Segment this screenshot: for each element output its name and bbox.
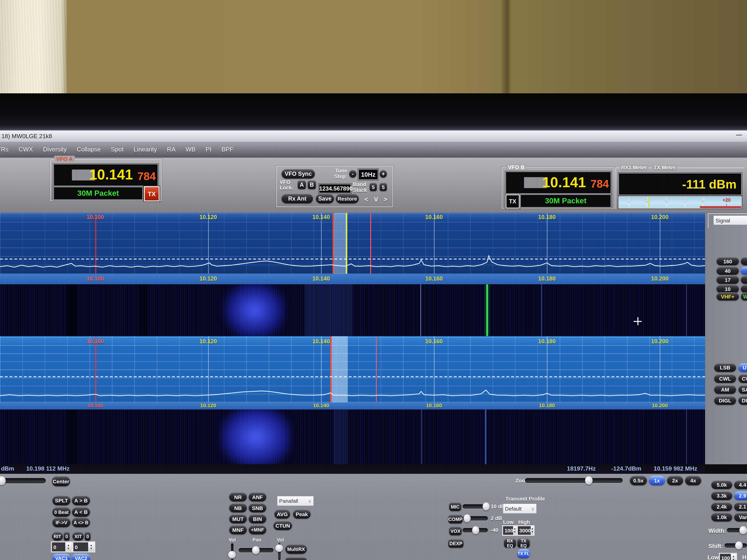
menu-item-ra[interactable]: RA <box>167 146 176 153</box>
split-button[interactable]: SPLT <box>52 496 71 505</box>
slider-thumb[interactable] <box>464 514 471 523</box>
vfo-b-frequency-display[interactable]: 10.141 784 <box>506 171 611 194</box>
tx-low-spinner[interactable]: 100▲▼ <box>502 525 517 536</box>
rit-spinner[interactable]: 0▲▼ <box>51 541 73 553</box>
filter-1k-button[interactable]: 1.0k <box>711 513 732 521</box>
menu-item-bpf[interactable]: BPF <box>222 146 233 153</box>
mic-gain-slider[interactable] <box>463 504 488 508</box>
vfo-a-frequency-display[interactable]: 10.141 784 <box>53 164 158 186</box>
tx-meter-tab[interactable]: TX Meter <box>652 165 677 170</box>
af-gain-slider[interactable] <box>1 478 46 483</box>
mode-cwl-button[interactable]: CWL <box>714 374 736 383</box>
vac1-button[interactable]: VAC1 <box>52 554 71 560</box>
width-slider[interactable] <box>727 528 747 532</box>
zoom-4x-button[interactable]: 4x <box>685 476 701 485</box>
slider-thumb[interactable] <box>228 551 236 559</box>
mode-digu-peek-button[interactable]: DI <box>739 396 747 405</box>
menu-item-collapse[interactable]: Collapse <box>77 146 101 153</box>
filter-4.4k-peek-button[interactable]: 4.4 <box>734 481 747 489</box>
zoom-2x-button[interactable]: 2x <box>667 476 683 485</box>
rx1-meter-tab[interactable]: RX1 Meter <box>620 165 648 170</box>
xit-spinner[interactable]: 0▲▼ <box>73 541 95 553</box>
rit-button[interactable]: RIT <box>52 532 63 540</box>
mode-cwu-peek-button[interactable]: CW <box>739 374 747 383</box>
slider-thumb[interactable] <box>275 544 283 552</box>
tx-filter-button[interactable]: TX FL <box>517 549 530 558</box>
ctun-button[interactable]: CTUN <box>274 521 292 530</box>
vfo-lock-a-button[interactable]: A <box>298 181 306 189</box>
tx-eq-button[interactable]: TX EQ <box>517 538 530 548</box>
mnf-button[interactable]: MNF <box>229 525 247 534</box>
band-stack-2-button[interactable]: 5 <box>380 183 387 191</box>
slider-thumb[interactable] <box>252 546 260 554</box>
tune-step-plus-button[interactable]: + <box>380 170 387 178</box>
nav-left-button[interactable]: < <box>364 196 368 203</box>
frequency-entry-field[interactable]: 1234.567890 <box>319 184 351 193</box>
zoom-0.5x-button[interactable]: 0.5x <box>630 476 647 485</box>
panadapter-rx2[interactable]: 10.100 10.120 10.140 10.160 10.180 10.20… <box>0 336 705 402</box>
a-swap-b-button[interactable]: A <> B <box>72 517 90 527</box>
panadapter-rx1[interactable]: 10.100 10.120 10.140 10.160 10.180 10.20… <box>0 213 705 274</box>
vox-button[interactable]: VOX <box>449 527 462 535</box>
mic-button[interactable]: MIC <box>449 502 461 511</box>
menu-item-xvtrs[interactable]: TRs <box>0 146 8 153</box>
filter-5k-button[interactable]: 5.0k <box>711 481 732 489</box>
filter-2.1k-peek-button[interactable]: 2.1 <box>734 502 747 511</box>
meter-select-dropdown[interactable]: Signal∨ <box>713 215 747 225</box>
if-to-vfo-button[interactable]: IF->V <box>52 517 71 527</box>
waterfall-rx2[interactable] <box>0 409 705 464</box>
band-40-button[interactable]: 40 <box>716 267 739 275</box>
shift-slider[interactable] <box>725 543 747 548</box>
tx-high-spinner[interactable]: 3000▲▼ <box>517 525 535 536</box>
menu-item-wb[interactable]: WB <box>186 146 196 153</box>
nav-right-button[interactable]: > <box>384 196 387 203</box>
a-to-b-button[interactable]: A > B <box>72 496 90 505</box>
snb-button[interactable]: SNB <box>249 503 266 512</box>
slider-thumb[interactable] <box>735 541 743 550</box>
slider-thumb[interactable] <box>472 526 479 534</box>
filter-3.3k-button[interactable]: 3.3k <box>711 491 732 500</box>
filter-2.9k-selected-button[interactable]: 2.9 <box>734 491 747 500</box>
rx2-vol-slider[interactable] <box>278 543 281 560</box>
spinner-arrows-icon[interactable]: ▲▼ <box>513 526 516 535</box>
mode-sam-peek-button[interactable]: SA <box>739 385 747 394</box>
xit-button[interactable]: XIT <box>73 532 84 540</box>
band-vhf-button[interactable]: VHF+ <box>716 292 739 300</box>
comp-slider[interactable] <box>463 516 488 521</box>
menu-item-linearity[interactable]: Linearity <box>134 146 157 153</box>
restore-button[interactable]: Restore <box>336 194 359 203</box>
filter-low-spinner[interactable]: 100▲▼ <box>719 553 737 560</box>
rx1-vol-slider[interactable] <box>231 543 233 560</box>
tune-step-minus-button[interactable]: - <box>349 170 357 178</box>
vac2-button[interactable]: VAC2 <box>72 554 90 560</box>
display-mode-dropdown[interactable]: Panafall∨ <box>277 496 314 506</box>
avg-button[interactable]: AVG <box>274 509 290 518</box>
menu-item-spot[interactable]: Spot <box>111 146 124 153</box>
mode-am-button[interactable]: AM <box>714 385 736 394</box>
band-10-button[interactable]: 10 <box>716 285 739 293</box>
mode-digl-button[interactable]: DIGL <box>714 396 736 405</box>
mode-lsb-button[interactable]: LSB <box>714 363 736 372</box>
filter-var-peek-button[interactable]: Var <box>734 513 747 521</box>
rx-ant-button[interactable]: Rx Ant <box>282 194 313 203</box>
dexp-button[interactable]: DEXP <box>448 539 464 548</box>
bin-button[interactable]: BIN <box>249 514 266 523</box>
vfo-a-tx-button[interactable]: TX <box>144 186 160 201</box>
vfo-lock-b-button[interactable]: B <box>308 181 316 189</box>
menu-item-cwx[interactable]: CWX <box>19 146 33 153</box>
rit-zero-button[interactable]: 0 <box>64 532 70 540</box>
cut-off-button[interactable] <box>285 557 307 560</box>
nav-down-button[interactable]: V <box>374 196 378 203</box>
comp-button[interactable]: COMP <box>448 515 463 523</box>
zero-beat-button[interactable]: 0 Beat <box>52 507 71 517</box>
vox-slider[interactable] <box>463 528 488 532</box>
minimize-button[interactable]: — <box>736 129 742 140</box>
band-160-button[interactable]: 160 <box>716 257 739 265</box>
xit-zero-button[interactable]: 0 <box>85 532 91 540</box>
band-stack-1-button[interactable]: 5 <box>369 183 377 191</box>
zoom-slider[interactable] <box>525 478 623 483</box>
band-17-button[interactable]: 17 <box>716 276 739 284</box>
save-button[interactable]: Save <box>316 194 334 203</box>
multirx-button[interactable]: MultiRX <box>285 544 307 554</box>
menu-item-diversity[interactable]: Diversity <box>43 146 67 153</box>
